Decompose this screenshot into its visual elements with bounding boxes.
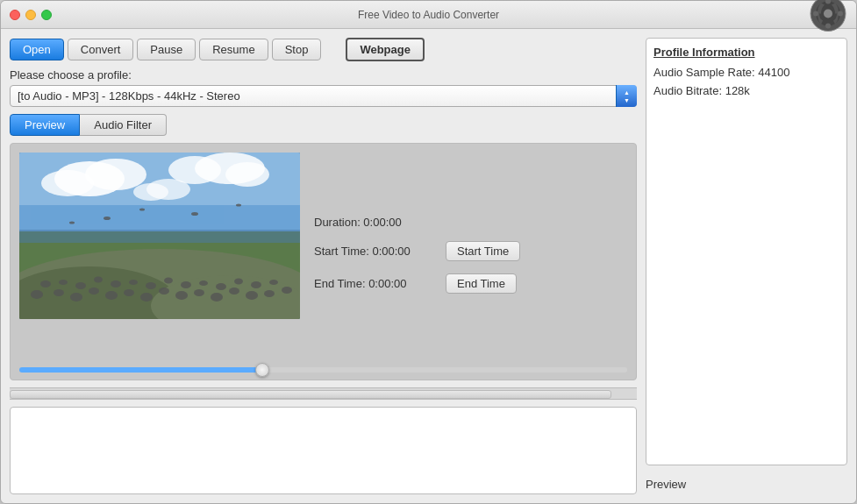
- scrollbar-thumb[interactable]: [10, 390, 611, 399]
- svg-point-31: [216, 283, 226, 290]
- horizontal-scrollbar[interactable]: [10, 387, 637, 400]
- svg-point-30: [199, 280, 208, 286]
- tab-audio-filter[interactable]: Audio Filter: [80, 114, 167, 136]
- preview-content: Duration: 0:00:00 Start Time: 0:00:00 St…: [11, 144, 636, 362]
- svg-point-54: [69, 222, 75, 224]
- right-panel: Profile Information Audio Sample Rate: 4…: [646, 38, 847, 494]
- profile-dropdown[interactable]: [to Audio - MP3] - 128Kbps - 44kHz - Ste…: [10, 85, 637, 107]
- end-time-row: End Time: 0:00:00 End Time: [314, 273, 520, 294]
- profile-select-wrapper: [to Audio - MP3] - 128Kbps - 44kHz - Ste…: [10, 85, 637, 107]
- app-window: Free Video to Audio Converter: [0, 0, 857, 504]
- main-content: Open Convert Pause Resume Stop Webpage P…: [1, 29, 856, 503]
- toolbar: Open Convert Pause Resume Stop Webpage: [10, 38, 637, 61]
- end-time-button[interactable]: End Time: [446, 273, 517, 294]
- svg-point-16: [146, 179, 190, 200]
- svg-point-27: [146, 282, 156, 289]
- profile-section: Please choose a profile: [to Audio - MP3…: [10, 68, 637, 107]
- svg-point-42: [159, 287, 169, 295]
- title-bar: Free Video to Audio Converter: [1, 1, 856, 29]
- svg-point-40: [124, 289, 134, 296]
- start-time-label: Start Time: 0:00:00: [314, 245, 437, 258]
- profile-label: Please choose a profile:: [10, 68, 637, 82]
- svg-point-34: [269, 280, 278, 285]
- svg-point-28: [164, 278, 173, 284]
- svg-point-41: [140, 293, 153, 302]
- svg-point-36: [54, 289, 64, 296]
- profile-info-bitrate: Audio Bitrate: 128k: [653, 82, 839, 101]
- svg-point-11: [41, 170, 94, 196]
- pause-button[interactable]: Pause: [137, 39, 196, 60]
- svg-point-53: [236, 204, 241, 207]
- end-time-label: End Time: 0:00:00: [314, 277, 437, 290]
- svg-point-43: [175, 291, 188, 300]
- webpage-button[interactable]: Webpage: [346, 38, 425, 61]
- resume-button[interactable]: Resume: [199, 39, 268, 60]
- dropdown-arrow[interactable]: [616, 85, 637, 107]
- svg-point-49: [282, 287, 292, 294]
- duration-row: Duration: 0:00:00: [314, 216, 520, 229]
- open-button[interactable]: Open: [10, 39, 64, 60]
- svg-point-50: [104, 217, 111, 220]
- svg-point-39: [105, 291, 118, 300]
- profile-info-sample-rate: Audio Sample Rate: 44100: [653, 64, 839, 82]
- svg-point-47: [246, 291, 258, 300]
- profile-info-title: Profile Information: [653, 46, 839, 59]
- svg-point-2: [824, 9, 832, 18]
- svg-rect-55: [19, 230, 300, 243]
- svg-point-37: [70, 293, 82, 302]
- svg-point-44: [194, 289, 204, 296]
- tab-bar: Preview Audio Filter: [10, 114, 637, 136]
- video-thumbnail: [19, 153, 300, 319]
- svg-point-52: [191, 212, 198, 216]
- scrubber-track[interactable]: [19, 367, 627, 373]
- close-button[interactable]: [10, 10, 20, 20]
- svg-point-22: [59, 280, 68, 285]
- window-title: Free Video to Audio Converter: [358, 9, 499, 21]
- right-panel-preview-label: Preview: [646, 474, 847, 494]
- svg-point-26: [129, 280, 138, 285]
- profile-info-box: Profile Information Audio Sample Rate: 4…: [646, 38, 847, 465]
- svg-point-51: [139, 209, 145, 211]
- scrubber-bar: [11, 362, 636, 380]
- convert-button[interactable]: Convert: [68, 39, 134, 60]
- start-time-button[interactable]: Start Time: [446, 241, 520, 261]
- start-time-row: Start Time: 0:00:00 Start Time: [314, 241, 520, 261]
- film-reel-icon: [809, 0, 847, 32]
- traffic-lights: [10, 10, 52, 20]
- log-area: [10, 407, 637, 494]
- stop-button[interactable]: Stop: [272, 39, 322, 60]
- svg-point-32: [234, 279, 243, 285]
- svg-point-10: [85, 159, 146, 190]
- svg-point-25: [111, 280, 121, 287]
- svg-point-38: [89, 287, 99, 295]
- duration-label: Duration: 0:00:00: [314, 216, 437, 229]
- svg-point-48: [264, 290, 275, 297]
- tab-preview[interactable]: Preview: [10, 114, 80, 136]
- maximize-button[interactable]: [41, 10, 52, 20]
- svg-point-35: [31, 290, 43, 299]
- left-panel: Open Convert Pause Resume Stop Webpage P…: [10, 38, 637, 494]
- svg-point-33: [251, 281, 261, 288]
- video-info: Duration: 0:00:00 Start Time: 0:00:00 St…: [314, 153, 520, 353]
- svg-point-21: [40, 280, 51, 287]
- minimize-button[interactable]: [25, 10, 36, 20]
- svg-point-29: [181, 281, 191, 288]
- svg-point-4: [825, 23, 831, 28]
- svg-point-24: [94, 277, 103, 283]
- svg-point-45: [211, 293, 223, 302]
- svg-point-23: [75, 282, 86, 289]
- scrubber-thumb[interactable]: [255, 363, 269, 377]
- svg-point-46: [229, 287, 239, 295]
- svg-point-14: [225, 162, 269, 187]
- preview-area: Duration: 0:00:00 Start Time: 0:00:00 St…: [10, 143, 637, 380]
